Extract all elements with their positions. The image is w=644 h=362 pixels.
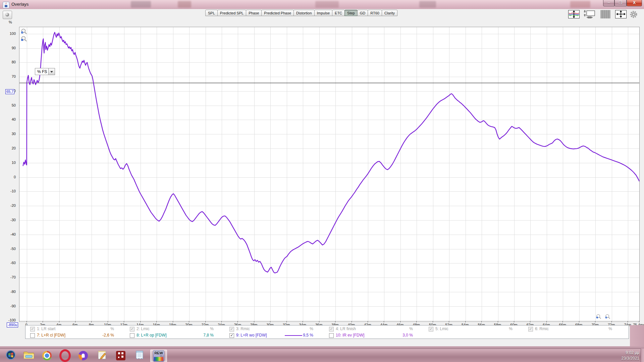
tab-distortion[interactable]: Distortion — [293, 10, 314, 16]
chevron-down-icon[interactable] — [48, 68, 55, 75]
legend-item: ✓9: L+R wo [FDW]9,5 % — [229, 333, 329, 339]
legend-item: ✓4: LR finish% — [329, 326, 429, 332]
y-tick-label: -50 — [2, 247, 16, 251]
legend-item: 8: L+R op [FDW]7,8 % — [130, 333, 229, 339]
x-tick — [91, 321, 92, 322]
fit-traces-button[interactable] — [568, 10, 580, 18]
x-tick — [514, 321, 514, 322]
taskbar-text-editor-icon[interactable] — [94, 350, 110, 362]
grid-button[interactable] — [600, 10, 612, 18]
legend-checkbox[interactable] — [329, 333, 334, 338]
legend-unit: % — [200, 326, 214, 331]
tab-clarity[interactable]: Clarity — [382, 10, 397, 16]
taskbar-explorer-icon[interactable] — [21, 350, 37, 362]
rew-logo-text: REW — [153, 351, 164, 355]
taskbar-red-app-icon[interactable] — [113, 350, 129, 362]
pan-button[interactable] — [615, 10, 627, 18]
settings-button[interactable] — [629, 10, 641, 18]
x-tick — [530, 321, 530, 322]
zoom-out-x-button[interactable] — [596, 314, 602, 321]
legend-checkbox[interactable] — [30, 333, 35, 338]
legend-item: ✓1: LR start% — [30, 326, 130, 332]
y-scale-value: % FS — [37, 69, 47, 74]
tab-spl[interactable]: SPL — [205, 10, 218, 16]
x-tick — [498, 321, 498, 322]
legend-unit: % — [499, 326, 513, 331]
taskbar-rew-icon[interactable]: REW V5.1 — [150, 350, 167, 362]
x-tick — [270, 321, 270, 322]
x-tick — [465, 321, 466, 322]
y-tick-label: 70 — [2, 74, 16, 78]
x-tick — [384, 321, 384, 322]
x-tick — [628, 321, 628, 322]
legend-label: 3: Rmic — [236, 326, 250, 331]
x-tick — [416, 321, 417, 322]
legend-value: -2,6 % — [101, 333, 114, 338]
minimize-button[interactable]: – — [603, 0, 614, 6]
zoom-in-x-button[interactable] — [605, 314, 611, 321]
x-tick — [108, 321, 108, 322]
tab-phase[interactable]: Phase — [246, 10, 262, 16]
legend-unit: % — [300, 326, 313, 331]
legend-label: 1: LR start — [37, 326, 55, 331]
y-tick-label: 100 — [2, 32, 16, 36]
legend-checkbox[interactable]: ✓ — [229, 333, 234, 338]
y-tick-label: -100 — [2, 318, 16, 322]
tab-impulse[interactable]: Impulse — [314, 10, 333, 16]
y-tick-label: 0 — [2, 175, 16, 179]
legend-item: 10: IR ev [FDW]3,0 % — [329, 333, 429, 339]
zoom-out-y-button[interactable] — [20, 36, 27, 43]
tab-gd[interactable]: GD — [357, 10, 368, 16]
y-tick-label: -60 — [2, 261, 16, 265]
y-cursor-value[interactable]: 65,7 — [5, 89, 14, 94]
x-tick — [579, 321, 579, 322]
taskbar-notepad-icon[interactable] — [131, 350, 148, 362]
y-tick-label: -90 — [2, 304, 16, 308]
x-tick — [368, 321, 368, 322]
capture-graph-button[interactable] — [3, 11, 12, 19]
axis-limits-button[interactable] — [584, 10, 595, 18]
tab-etc[interactable]: ETC — [332, 10, 345, 16]
zoom-in-y-button[interactable] — [20, 28, 27, 35]
taskbar-secure-browser-icon[interactable] — [75, 350, 91, 362]
legend-checkbox: ✓ — [130, 327, 135, 331]
clock-date: 23/3/2021 — [622, 356, 639, 361]
legend-unit: % — [101, 326, 114, 331]
x-tick — [400, 321, 400, 322]
tab-step[interactable]: Step — [344, 10, 358, 16]
y-tick-label: -70 — [2, 275, 16, 279]
legend-item: ✓6: Rmic% — [528, 326, 628, 332]
x-tick — [59, 321, 59, 322]
y-tick-label: 10 — [2, 161, 16, 165]
legend-checkbox[interactable] — [130, 333, 135, 338]
legend-label: 2: Lmic — [137, 326, 150, 331]
restore-button[interactable]: ❐ — [614, 0, 627, 6]
legend-item: ✓2: Lmic% — [130, 326, 229, 332]
y-scale-select[interactable]: % FS — [35, 68, 55, 75]
x-tick — [205, 321, 206, 322]
step-response-trace — [19, 27, 639, 321]
close-button[interactable]: X — [627, 0, 642, 6]
x-tick — [639, 321, 639, 322]
legend-item: ✓5: Lmic% — [429, 326, 528, 332]
tab-predicted-spl[interactable]: Predicted SPL — [217, 10, 246, 16]
taskbar-clock[interactable]: 9:02 μμ 23/3/2021 — [622, 350, 639, 361]
plot-area[interactable]: % FS — [19, 27, 640, 322]
legend-label: 6: Rmic — [535, 326, 549, 331]
start-button[interactable] — [3, 350, 19, 362]
taskbar-opera-icon[interactable] — [57, 350, 73, 362]
legend-label: 9: L+R wo [FDW] — [236, 333, 267, 338]
tab-predicted-phase[interactable]: Predicted Phase — [261, 10, 294, 16]
tab-rt60[interactable]: RT60 — [368, 10, 382, 16]
x-axis-min-value[interactable]: -890u — [7, 322, 18, 327]
x-tick — [237, 321, 238, 322]
legend-unit: % — [399, 326, 413, 331]
x-tick — [595, 321, 595, 322]
y-tick-label: 20 — [2, 146, 16, 150]
x-tick — [481, 321, 482, 322]
x-tick — [189, 321, 189, 322]
x-tick — [26, 321, 27, 322]
show-desktop-button[interactable] — [641, 349, 644, 362]
x-tick — [433, 321, 433, 322]
taskbar-chrome-icon[interactable] — [39, 350, 55, 362]
